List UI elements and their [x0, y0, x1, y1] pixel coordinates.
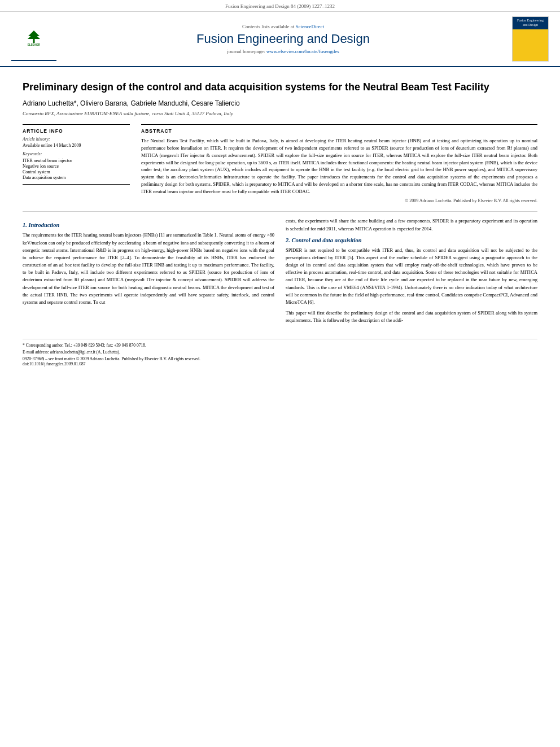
section2-para2: This paper will first describe the preli…	[286, 309, 537, 324]
abstract-text: The Neutral Beam Test Facility, which wi…	[141, 137, 537, 195]
journal-citation: Fusion Engineering and Design 84 (2009) …	[225, 3, 335, 9]
keyword-1: ITER neutral beam injector	[23, 158, 130, 163]
article-info-box: ARTICLE INFO Article history: Available …	[23, 124, 130, 185]
article-info-abstract-section: ARTICLE INFO Article history: Available …	[23, 124, 537, 203]
history-label: Article history:	[23, 137, 130, 142]
journal-header: ELSEVIER Contents lists available at Sci…	[0, 12, 560, 67]
elsevier-logo-svg: ELSEVIER	[23, 21, 45, 55]
footnote-email: E-mail address: adriano.luchetta@igi.cnr…	[23, 350, 537, 355]
body-columns: 1. Introduction The requirements for the…	[23, 217, 537, 327]
section2-heading: 2. Control and data acquisition	[286, 237, 537, 243]
affiliation: Consorzio RFX, Associazione EURATOM-ENEA…	[23, 111, 537, 116]
body-right-col: costs, the experiments will share the sa…	[286, 217, 537, 327]
issn-line: 0920-3796/$ – see front matter © 2009 Ad…	[23, 356, 537, 361]
keyword-2: Negative ion source	[23, 164, 130, 169]
homepage-line: journal homepage: www.elsevier.com/locat…	[65, 49, 501, 54]
abstract-title: ABSTRACT	[141, 124, 537, 134]
contents-prefix: Contents lists available at	[242, 24, 295, 29]
author-names: Adriano Luchetta*, Oliviero Barana, Gabr…	[23, 99, 240, 107]
main-content: Preliminary design of the control and da…	[0, 67, 560, 378]
keyword-3: Control system	[23, 169, 130, 174]
section-divider	[23, 211, 537, 212]
article-title: Preliminary design of the control and da…	[23, 81, 537, 94]
journal-center-content: Contents lists available at ScienceDirec…	[65, 24, 501, 54]
svg-text:ELSEVIER: ELSEVIER	[28, 43, 41, 46]
section2-para1: SPIDER is not required to be compatible …	[286, 247, 537, 306]
contents-line: Contents lists available at ScienceDirec…	[65, 24, 501, 29]
doi-line: doi:10.1016/j.fusengdes.2009.01.087	[23, 361, 537, 366]
section1-para1: The requirements for the ITER heating ne…	[23, 231, 274, 306]
section1-right-para: costs, the experiments will share the sa…	[286, 217, 537, 232]
cover-title: Fusion Engineering and Design	[513, 17, 548, 29]
elsevier-logo: ELSEVIER	[11, 17, 56, 61]
abstract-col: ABSTRACT The Neutral Beam Test Facility,…	[141, 124, 537, 203]
keyword-4: Data acquisition system	[23, 175, 130, 180]
keywords-label: Keywords:	[23, 151, 130, 156]
cover-image-yellow	[513, 29, 548, 61]
sciencedirect-link[interactable]: ScienceDirect	[296, 24, 324, 29]
homepage-url[interactable]: www.elsevier.com/locate/fusengdes	[266, 49, 339, 54]
article-info-title: ARTICLE INFO	[23, 128, 130, 134]
top-bar: Fusion Engineering and Design 84 (2009) …	[0, 0, 560, 12]
footer-section: * Corresponding author. Tel.: +39 049 82…	[23, 339, 537, 366]
copyright-line: © 2009 Adriano Luchetta. Published by El…	[141, 198, 537, 203]
svg-rect-1	[33, 38, 35, 43]
available-online: Available online 14 March 2009	[23, 143, 130, 148]
footnote-star: * Corresponding author. Tel.: +39 049 82…	[23, 343, 537, 348]
journal-cover: Fusion Engineering and Design	[512, 16, 549, 62]
authors: Adriano Luchetta*, Oliviero Barana, Gabr…	[23, 99, 537, 107]
journal-title: Fusion Engineering and Design	[65, 32, 501, 46]
article-info-col: ARTICLE INFO Article history: Available …	[23, 124, 130, 203]
homepage-prefix: journal homepage:	[227, 49, 266, 54]
section1-heading: 1. Introduction	[23, 222, 274, 228]
body-left-col: 1. Introduction The requirements for the…	[23, 217, 274, 327]
